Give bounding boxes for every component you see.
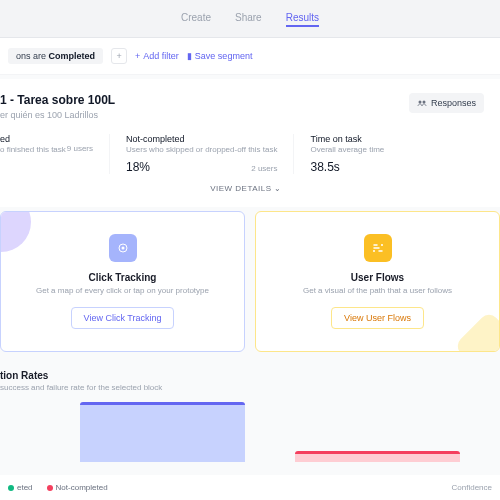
legend-confidence[interactable]: Confidence [452, 483, 492, 492]
rates-title: tion Rates [0, 370, 500, 381]
chip-value: Completed [49, 51, 96, 61]
user-flows-icon [364, 234, 392, 262]
chevron-down-icon: ⌄ [274, 184, 282, 193]
stat-sub: Users who skipped or dropped-off this ta… [126, 145, 277, 154]
stat-time-on-task: Time on task Overall average time 38.5s [310, 134, 420, 174]
click-tracking-card: Click Tracking Get a map of every click … [0, 211, 245, 352]
card-title: Click Tracking [15, 272, 230, 283]
deco-circle [0, 211, 31, 252]
feature-cards: Click Tracking Get a map of every click … [0, 211, 500, 352]
filter-chip-sessions[interactable]: ons are Completed [8, 48, 103, 64]
legend-not-completed[interactable]: Not-completed [47, 483, 108, 492]
stat-label: Time on task [310, 134, 404, 144]
svg-point-1 [422, 101, 425, 104]
rates-sub: success and failure rate for the selecte… [0, 383, 500, 392]
top-tabs: Create Share Results [0, 0, 500, 38]
bookmark-icon: ▮ [187, 51, 192, 61]
stat-users: 9 users [67, 144, 93, 153]
add-filter-link[interactable]: + Add filter [135, 51, 179, 61]
main-panel: 1 - Tarea sobre 100L er quién es 100 Lad… [0, 79, 500, 207]
rates-chart [0, 402, 500, 462]
chart-legend: eted Not-completed Confidence [0, 475, 500, 500]
save-segment-label: Save segment [195, 51, 253, 61]
plus-icon: + [135, 51, 140, 61]
dot-icon [8, 485, 14, 491]
card-desc: Get a map of every click or tap on your … [15, 286, 230, 295]
filter-bar: ons are Completed + + Add filter ▮ Save … [0, 38, 500, 75]
stat-label: Not-completed [126, 134, 277, 144]
view-details-label: VIEW DETAILS [210, 184, 271, 193]
view-user-flows-button[interactable]: View User Flows [331, 307, 424, 329]
deco-shape [454, 311, 500, 352]
bar-not-completed [295, 451, 460, 462]
svg-point-3 [121, 247, 124, 250]
svg-point-0 [418, 101, 421, 104]
tab-create[interactable]: Create [181, 10, 211, 27]
svg-point-5 [373, 250, 375, 252]
legend-completed[interactable]: eted [8, 483, 33, 492]
tab-results[interactable]: Results [286, 10, 319, 27]
user-flows-card: User Flows Get a visual of the path that… [255, 211, 500, 352]
stat-label: ed [0, 134, 93, 144]
stat-value: 38.5s [310, 160, 404, 174]
stat-users: 2 users [251, 164, 277, 173]
responses-label: Responses [431, 98, 476, 108]
stat-completed: ed o finished this task 9 users [0, 134, 110, 174]
dot-icon [47, 485, 53, 491]
chip-prefix: ons are [16, 51, 46, 61]
group-icon [417, 98, 427, 108]
card-title: User Flows [270, 272, 485, 283]
stats-row: ed o finished this task 9 users Not-comp… [0, 134, 492, 174]
svg-point-4 [381, 244, 383, 246]
completion-rates-section: tion Rates success and failure rate for … [0, 370, 500, 462]
legend-label: Not-completed [56, 483, 108, 492]
legend-label: eted [17, 483, 33, 492]
task-subtitle: er quién es 100 Ladrillos [0, 110, 115, 120]
add-filter-label: Add filter [143, 51, 179, 61]
add-filter-plus-button[interactable]: + [111, 48, 127, 64]
stat-sub: Overall average time [310, 145, 404, 154]
responses-button[interactable]: Responses [409, 93, 484, 113]
click-tracking-icon [109, 234, 137, 262]
save-segment-link[interactable]: ▮ Save segment [187, 51, 253, 61]
bar-completed [80, 402, 245, 462]
stat-not-completed: Not-completed Users who skipped or dropp… [126, 134, 294, 174]
view-click-tracking-button[interactable]: View Click Tracking [71, 307, 175, 329]
task-title: 1 - Tarea sobre 100L [0, 93, 115, 107]
task-title-block: 1 - Tarea sobre 100L er quién es 100 Lad… [0, 93, 115, 120]
tab-share[interactable]: Share [235, 10, 262, 27]
card-desc: Get a visual of the path that a user fol… [270, 286, 485, 295]
view-details-button[interactable]: VIEW DETAILS ⌄ [0, 174, 492, 199]
